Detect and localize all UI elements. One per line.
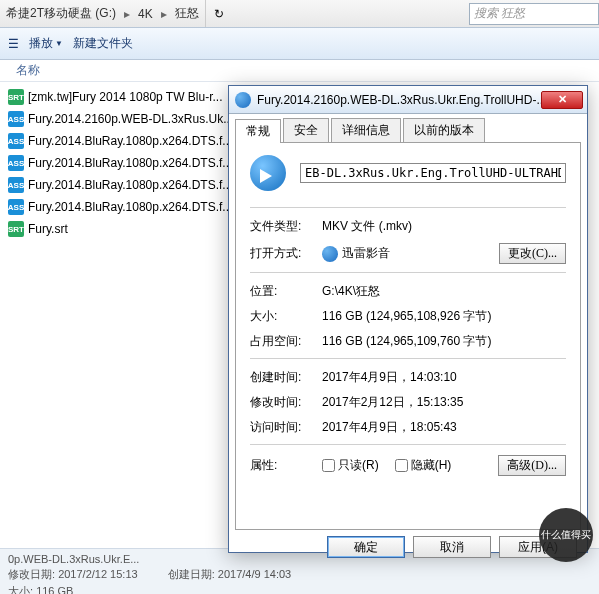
tab-body: 文件类型:MKV 文件 (.mkv) 打开方式: 迅雷影音 更改(C)... 位… (235, 142, 581, 530)
watermark-badge: 什么值得买 (539, 508, 593, 562)
srt-icon: SRT (8, 89, 24, 105)
chevron-right-icon: ▸ (159, 7, 169, 21)
tab-strip: 常规 安全 详细信息 以前的版本 (229, 114, 587, 142)
ass-icon: ASS (8, 133, 24, 149)
col-name[interactable]: 名称 (8, 62, 48, 79)
divider (250, 358, 566, 359)
ass-icon: ASS (8, 155, 24, 171)
address-bar: 希捷2T移动硬盘 (G:) ▸ 4K ▸ 狂怒 ↻ 搜索 狂怒 (0, 0, 599, 28)
ass-icon: ASS (8, 199, 24, 215)
value-modified: 2017年2月12日，15:13:35 (322, 394, 566, 411)
tab-details[interactable]: 详细信息 (331, 118, 401, 142)
cancel-button[interactable]: 取消 (413, 536, 491, 558)
close-button[interactable]: ✕ (541, 91, 583, 109)
divider (250, 444, 566, 445)
search-input[interactable]: 搜索 狂怒 (469, 3, 599, 25)
divider (250, 207, 566, 208)
filename-input[interactable] (300, 163, 566, 183)
srt-icon: SRT (8, 221, 24, 237)
label-type: 文件类型: (250, 218, 322, 235)
value-type: MKV 文件 (.mkv) (322, 218, 566, 235)
change-button[interactable]: 更改(C)... (499, 243, 566, 264)
explorer-toolbar: ☰ 播放▼ 新建文件夹 (0, 28, 599, 60)
value-opens: 迅雷影音 (322, 245, 499, 262)
value-created: 2017年4月9日，14:03:10 (322, 369, 566, 386)
dialog-buttons: 确定 取消 应用(A) (229, 536, 587, 566)
chevron-down-icon: ▼ (55, 39, 63, 48)
dialog-title: Fury.2014.2160p.WEB-DL.3xRus.Ukr.Eng.Tro… (257, 93, 541, 107)
ass-icon: ASS (8, 111, 24, 127)
label-attributes: 属性: (250, 457, 322, 474)
readonly-checkbox[interactable]: 只读(R) (322, 457, 379, 474)
label-ondisk: 占用空间: (250, 333, 322, 350)
divider (250, 272, 566, 273)
label-created: 创建时间: (250, 369, 322, 386)
dialog-titlebar[interactable]: Fury.2014.2160p.WEB-DL.3xRus.Ukr.Eng.Tro… (229, 86, 587, 114)
tab-general[interactable]: 常规 (235, 119, 281, 143)
player-icon (322, 246, 338, 262)
breadcrumb-seg[interactable]: 狂怒 (169, 5, 205, 22)
value-size: 116 GB (124,965,108,926 字节) (322, 308, 566, 325)
breadcrumb-seg[interactable]: 希捷2T移动硬盘 (G:) (0, 5, 122, 22)
hidden-checkbox[interactable]: 隐藏(H) (395, 457, 452, 474)
chevron-right-icon: ▸ (122, 7, 132, 21)
refresh-icon[interactable]: ↻ (205, 0, 232, 27)
new-folder-button[interactable]: 新建文件夹 (73, 35, 133, 52)
ok-button[interactable]: 确定 (327, 536, 405, 558)
ass-icon: ASS (8, 177, 24, 193)
label-location: 位置: (250, 283, 322, 300)
filetype-icon (250, 155, 286, 191)
play-button[interactable]: 播放▼ (29, 35, 63, 52)
label-opens: 打开方式: (250, 245, 322, 262)
column-header[interactable]: 名称 (0, 60, 599, 82)
label-size: 大小: (250, 308, 322, 325)
breadcrumb-seg[interactable]: 4K (132, 7, 159, 21)
tab-previous[interactable]: 以前的版本 (403, 118, 485, 142)
value-location: G:\4K\狂怒 (322, 283, 566, 300)
label-accessed: 访问时间: (250, 419, 322, 436)
value-accessed: 2017年4月9日，18:05:43 (322, 419, 566, 436)
advanced-button[interactable]: 高级(D)... (498, 455, 566, 476)
search-placeholder: 搜索 狂怒 (474, 5, 525, 22)
properties-dialog: Fury.2014.2160p.WEB-DL.3xRus.Ukr.Eng.Tro… (228, 85, 588, 553)
label-modified: 修改时间: (250, 394, 322, 411)
app-icon (235, 92, 251, 108)
value-ondisk: 116 GB (124,965,109,760 字节) (322, 333, 566, 350)
tab-security[interactable]: 安全 (283, 118, 329, 142)
